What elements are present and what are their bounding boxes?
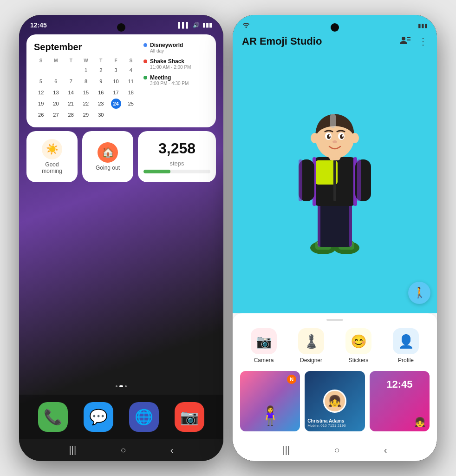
event-time-2: 11:00 AM - 2:00 PM: [150, 65, 208, 70]
cal-day-9[interactable]: 9: [96, 76, 106, 86]
emoji-container: 🚶: [233, 47, 437, 313]
cal-day-6[interactable]: 6: [51, 76, 61, 86]
calendar-widget[interactable]: September S M T W T F S 1: [26, 34, 216, 127]
page-line-3: [125, 385, 127, 387]
cal-empty: [36, 65, 46, 75]
nav-recent-btn[interactable]: ‹: [170, 445, 174, 456]
profile-menu-icon-bg: 👤: [393, 328, 419, 354]
event-meeting[interactable]: Meeting 3:00 PM - 4:30 PM: [143, 74, 208, 86]
event-title-2: Shake Shack: [150, 58, 208, 65]
event-shakeshack[interactable]: Shake Shack 11:00 AM - 2:00 PM: [143, 58, 208, 70]
cal-day-28[interactable]: 28: [66, 110, 76, 120]
cal-day-22[interactable]: 22: [81, 99, 91, 109]
ar-header: AR Emoji Studio ⋮: [233, 32, 437, 47]
walk-icon: 🚶: [413, 287, 426, 299]
cal-day-12[interactable]: 12: [36, 87, 46, 98]
cal-day-23[interactable]: 23: [96, 99, 106, 109]
more-icon[interactable]: ⋮: [418, 36, 428, 47]
camera-hole-left: [117, 23, 125, 32]
camera-menu-label: Camera: [254, 357, 274, 364]
contact-avatar: 👧: [323, 390, 346, 413]
cal-day-18[interactable]: 18: [126, 87, 136, 98]
stickers-menu-label: Stickers: [349, 357, 369, 364]
nav-home-btn[interactable]: ○: [120, 445, 126, 456]
cal-day-2[interactable]: 2: [96, 65, 106, 75]
cal-day-25[interactable]: 25: [126, 99, 136, 109]
menu-stickers[interactable]: 😊 Stickers: [340, 328, 377, 364]
ar-emoji-figure: [288, 104, 381, 257]
contact-mobile: Mobile: 010-7151-2196: [307, 423, 362, 428]
cal-day-17[interactable]: 17: [111, 87, 121, 98]
designer-menu-icon: ♟️: [303, 334, 319, 349]
cal-day-13[interactable]: 13: [51, 87, 61, 98]
svg-rect-10: [318, 201, 320, 247]
cal-day-21[interactable]: 21: [66, 99, 76, 109]
cal-day-4[interactable]: 4: [126, 65, 136, 75]
widget-going-out[interactable]: 🏠 Going out: [82, 131, 133, 182]
widget-steps[interactable]: 3,258 steps: [138, 131, 216, 182]
event-time-1: All day: [150, 48, 208, 53]
cal-day-8[interactable]: 8: [81, 76, 91, 86]
event-title-1: Disneyworld: [150, 42, 208, 48]
cal-day-1[interactable]: 1: [81, 65, 91, 75]
svg-point-32: [351, 133, 359, 143]
steps-bar-fill: [143, 170, 170, 173]
cal-day-29[interactable]: 29: [81, 110, 91, 120]
dock-browser[interactable]: 🌐: [129, 402, 159, 432]
dock-phone[interactable]: 📞: [38, 402, 68, 432]
cal-day-20[interactable]: 20: [51, 99, 61, 109]
day-header-s2: S: [124, 57, 138, 64]
page-indicator: [19, 385, 223, 395]
event-info-2: Shake Shack 11:00 AM - 2:00 PM: [150, 58, 208, 70]
thumb-badge-n: N: [287, 375, 296, 384]
drag-handle[interactable]: [326, 319, 343, 321]
thumb-lockscreen[interactable]: 12:45 👧: [370, 371, 430, 431]
cal-day-15[interactable]: 15: [81, 87, 91, 98]
page-line-active: [119, 385, 123, 387]
cal-day-5[interactable]: 5: [36, 76, 46, 86]
ar-pose-button[interactable]: 🚶: [408, 282, 430, 304]
cal-day-14[interactable]: 14: [66, 87, 76, 98]
widget-good-morning[interactable]: ☀️ Goodmorning: [26, 131, 78, 182]
dock-messages[interactable]: 💬: [84, 402, 113, 432]
lockscreen-time: 12:45: [386, 378, 412, 390]
cal-empty: [66, 65, 76, 75]
steps-bar: [143, 170, 210, 173]
stickers-menu-icon-bg: 😊: [345, 328, 371, 354]
cal-day-16[interactable]: 16: [96, 87, 106, 98]
cal-day-11[interactable]: 11: [126, 76, 136, 86]
nav-recent-right[interactable]: ‹: [384, 445, 387, 456]
cal-day-7[interactable]: 7: [66, 76, 76, 86]
svg-point-28: [329, 135, 331, 137]
cal-day-26[interactable]: 26: [36, 110, 46, 120]
menu-profile[interactable]: 👤 Profile: [387, 328, 424, 364]
camera-menu-icon-bg: 📷: [251, 328, 277, 354]
thumbnails-row: N 🧍‍♀️ 👧 Christina Adams Mobile: 010-715…: [233, 371, 437, 439]
svg-rect-18: [299, 159, 302, 201]
cal-day-24-today[interactable]: 24: [111, 99, 121, 109]
nav-back-btn[interactable]: |||: [69, 445, 77, 456]
thumb-contact[interactable]: 👧 Christina Adams Mobile: 010-7151-2196: [305, 371, 365, 431]
camera-menu-icon: 📷: [256, 334, 272, 349]
dock-camera[interactable]: 📷: [175, 402, 204, 432]
profile-manage-icon[interactable]: [400, 36, 411, 47]
menu-camera[interactable]: 📷 Camera: [245, 328, 282, 364]
cal-day-10[interactable]: 10: [111, 76, 121, 86]
event-time-3: 3:00 PM - 4:30 PM: [150, 81, 208, 86]
cal-day-27[interactable]: 27: [51, 110, 61, 120]
calendar-right: Disneyworld All day Shake Shack 11:00 AM…: [143, 42, 208, 120]
menu-designer[interactable]: ♟️ Designer: [293, 328, 330, 364]
cal-day-19[interactable]: 19: [36, 99, 46, 109]
ar-header-icons: ⋮: [400, 36, 428, 47]
nav-home-right[interactable]: ○: [334, 445, 339, 456]
good-morning-label: Goodmorning: [42, 161, 62, 174]
thumb-emoji[interactable]: N 🧍‍♀️: [240, 371, 300, 431]
cal-day-30[interactable]: 30: [96, 110, 106, 120]
nav-back-right[interactable]: |||: [283, 445, 290, 456]
nav-bar-left: ||| ○ ‹: [19, 439, 223, 461]
cal-day-3[interactable]: 3: [111, 65, 121, 75]
svg-point-31: [311, 133, 319, 143]
designer-menu-icon-bg: ♟️: [298, 328, 324, 354]
ar-bottom-panel: 📷 Camera ♟️ Designer 😊 St: [233, 313, 437, 461]
event-disneyworld[interactable]: Disneyworld All day: [143, 42, 208, 53]
